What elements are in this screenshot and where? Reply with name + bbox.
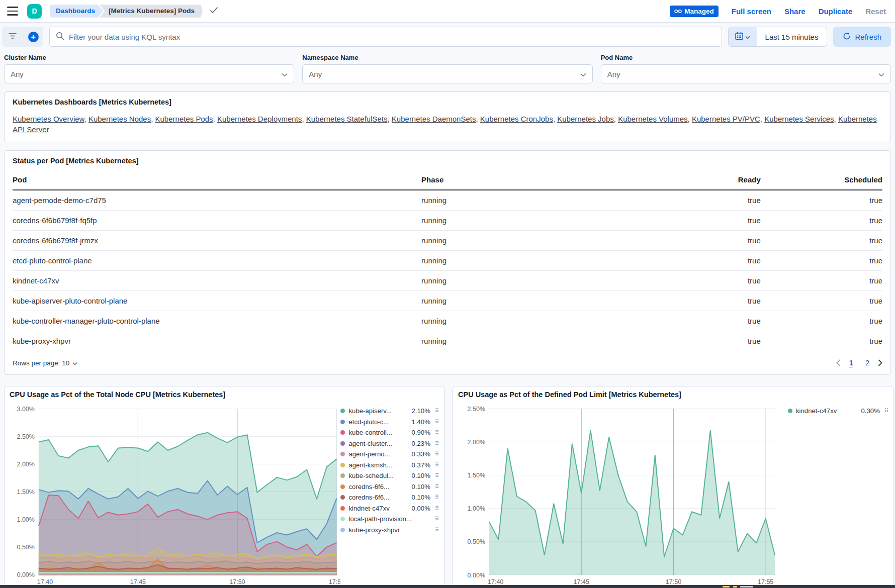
managed-badge[interactable]: Managed [670,6,719,17]
dashboard-link[interactable]: Kubernetes Services [764,115,834,123]
legend-actions-icon[interactable]: ⠿ [435,516,439,522]
dashboard-link[interactable]: Kubernetes DaemonSets [392,115,476,123]
legend-item[interactable]: kube-apiserv...2.10%⠿ [340,406,439,417]
legend-item[interactable]: kindnet-c47xv0.30%⠿ [788,406,888,417]
rows-per-page-selector[interactable]: Rows per page: 10 [13,359,77,367]
legend-actions-icon[interactable]: ⠿ [435,462,439,468]
legend-item[interactable]: local-path-provision...⠿ [340,514,439,525]
plus-icon: + [28,32,39,42]
legend-actions-icon[interactable]: ⠿ [435,419,439,425]
dashboard-link[interactable]: Kubernetes Volumes [618,115,687,123]
column-header-ready[interactable]: Ready [639,168,761,190]
dashboard-link[interactable]: Kubernetes Pods [155,115,213,123]
cell-ready: true [639,331,761,351]
svg-text:0.50%: 0.50% [468,538,485,545]
dashboard-link[interactable]: Kubernetes StatefulSets [306,115,388,123]
cpu-limit-chart-plot[interactable]: 2.50%2.00%1.50%1.00%0.50%0.00%17:4017:45… [458,400,788,588]
column-header-phase[interactable]: Phase [421,168,639,190]
legend-series-value: 2.10% [412,407,430,415]
legend-item[interactable]: etcd-pluto-c...1.40%⠿ [340,417,439,428]
reset-button[interactable]: Reset [865,7,886,16]
legend-series-name: local-path-provision... [348,515,428,523]
control-select-cluster-name[interactable]: Any [4,64,294,83]
legend-actions-icon[interactable]: ⠿ [435,527,439,533]
legend-item[interactable]: kindnet-c47xv0.00%⠿ [340,503,439,514]
control-select-pod-name[interactable]: Any [601,64,891,83]
page-number-1[interactable]: 1 [846,357,857,368]
cell-phase: running [421,190,639,211]
dashboard-links: Kubernetes Overview, Kubernetes Nodes, K… [13,114,882,135]
svg-text:17:45: 17:45 [574,578,589,585]
full-screen-button[interactable]: Full screen [732,7,771,16]
legend-actions-icon[interactable]: ⠿ [435,495,439,500]
control-label-namespace-name: Namespace Name [302,54,592,61]
next-page-icon[interactable] [878,359,882,366]
legend-actions-icon[interactable]: ⠿ [884,408,888,414]
legend-actions-icon[interactable]: ⠿ [435,441,439,446]
chevron-down-icon [72,359,77,367]
legend-item[interactable]: agent-perno...0.33%⠿ [340,449,439,460]
svg-text:0.00%: 0.00% [468,572,485,579]
cell-ready: true [639,211,761,231]
refresh-button[interactable]: Refresh [833,27,891,47]
legend-series-name: kube-apiserv... [348,407,409,415]
dashboard-link[interactable]: Kubernetes PV/PVC [692,115,760,123]
dashboard-link[interactable]: Kubernetes Deployments [217,115,302,123]
page-number-2[interactable]: 2 [862,357,873,368]
status-panel-title: Status per Pod [Metrics Kubernetes] [13,157,882,165]
pod-status-table: PodPhaseReadyScheduled agent-pernode-dem… [13,168,882,351]
legend-item[interactable]: agent-ksmsh...0.37%⠿ [340,460,439,471]
legend-item[interactable]: coredns-6f6...0.10%⠿ [340,492,439,503]
svg-text:17:50: 17:50 [229,578,245,585]
dashboard-link[interactable]: Kubernetes Overview [13,115,84,123]
legend-color-dot [340,484,345,489]
legend-item[interactable]: agent-cluster...0.23%⠿ [340,438,439,449]
previous-page-icon[interactable] [836,359,841,366]
legend-item[interactable]: kube-controll...0.90%⠿ [340,427,439,438]
search-icon [56,32,64,42]
time-picker: Last 15 minutes [728,27,828,47]
table-row: kube-proxy-xhpvrrunningtruetrue [13,331,882,351]
control-select-namespace-name[interactable]: Any [302,64,592,83]
legend-series-name: kube-schedul... [348,472,409,479]
kql-search-bar[interactable] [49,27,722,47]
legend-series-value: 0.10% [412,472,430,479]
legend-item[interactable]: kube-proxy-xhpvr⠿ [340,525,439,536]
cpu-node-chart-plot[interactable]: 3.00%2.50%2.00%1.50%1.00%0.50%0.00%17:40… [10,400,340,588]
share-button[interactable]: Share [784,7,805,16]
control-pod-name: Pod NameAny [601,54,891,83]
dashboard-link[interactable]: Kubernetes CronJobs [480,115,553,123]
filter-toggle-button[interactable] [2,27,23,47]
legend-actions-icon[interactable]: ⠿ [435,451,439,457]
space-avatar[interactable]: D [27,4,42,19]
duplicate-button[interactable]: Duplicate [819,7,853,16]
legend-item[interactable]: coredns-6f6...0.10%⠿ [340,481,439,493]
menu-icon[interactable] [6,6,19,16]
kql-input[interactable] [69,33,715,41]
column-header-pod[interactable]: Pod [13,168,421,190]
bottom-bar-edge [0,585,895,588]
cell-ready: true [639,311,761,331]
cell-ready: true [639,251,761,271]
time-range-display[interactable]: Last 15 minutes [757,27,827,46]
legend-item[interactable]: kube-schedul...0.10%⠿ [340,470,439,481]
legend-actions-icon[interactable]: ⠿ [435,430,439,435]
add-filter-button[interactable]: + [23,27,43,47]
legend-color-dot [340,420,345,424]
cpu-limit-chart-legend: kindnet-c47xv0.30%⠿ [788,400,888,588]
svg-text:1.50%: 1.50% [468,472,485,479]
breadcrumb-dashboards[interactable]: Dashboards [50,5,103,18]
cell-phase: running [421,271,639,291]
svg-text:3.00%: 3.00% [17,406,35,413]
table-row: coredns-6f6b679f8f-jrmzxrunningtruetrue [13,231,882,251]
dashboard-link[interactable]: Kubernetes Jobs [557,115,614,123]
saved-check-icon[interactable] [210,7,218,16]
dashboard-link[interactable]: Kubernetes Nodes [88,115,151,123]
legend-actions-icon[interactable]: ⠿ [435,473,439,478]
time-picker-calendar-button[interactable] [729,27,757,46]
legend-actions-icon[interactable]: ⠿ [435,484,439,489]
legend-actions-icon[interactable]: ⠿ [435,408,439,414]
column-header-scheduled[interactable]: Scheduled [761,168,882,190]
legend-actions-icon[interactable]: ⠿ [435,506,439,511]
svg-text:2.50%: 2.50% [468,406,485,413]
